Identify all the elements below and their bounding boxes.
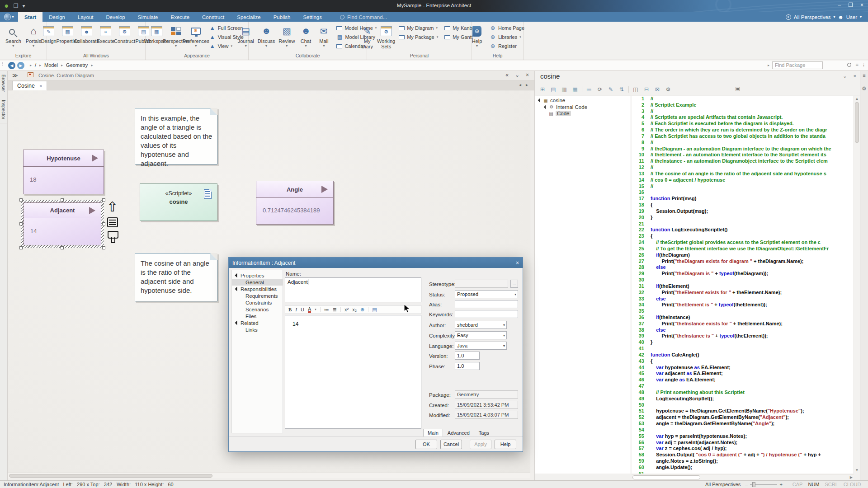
- author-combo[interactable]: shebbard▾: [455, 321, 507, 329]
- code-line-37[interactable]: 37 Print("theInstance exists for " + the…: [632, 321, 854, 327]
- code-line-26[interactable]: 26 if(theDiagram): [632, 252, 854, 258]
- ribbon-tab-design[interactable]: Design: [42, 12, 71, 22]
- dialog-close-icon[interactable]: ×: [516, 260, 519, 266]
- ribbon-tab-publish[interactable]: Publish: [267, 12, 297, 22]
- tab-close-icon[interactable]: ×: [39, 83, 42, 89]
- code-line-36[interactable]: 36 if(theInstance): [632, 314, 854, 321]
- editor-options-icon[interactable]: ⚙: [860, 84, 868, 93]
- code-line-12[interactable]: 12//: [632, 164, 854, 171]
- code-line-47[interactable]: 47: [632, 383, 854, 389]
- scrollbar-thumb[interactable]: [855, 102, 859, 143]
- construct-window-button[interactable]: ⚙Construct: [116, 23, 134, 44]
- code-line-52[interactable]: 52 adjacent = theDiagram.GetElementByNam…: [632, 414, 854, 421]
- code-toolbar-icon-4[interactable]: ≔: [585, 85, 593, 94]
- zoom-slider[interactable]: [750, 484, 777, 485]
- editor-vertical-scrollbar[interactable]: ▲ ▼: [854, 96, 860, 474]
- ribbon-tab-construct[interactable]: Construct: [196, 12, 231, 22]
- code-line-57[interactable]: 57 var z = cephes.cos( adj / hyp);: [632, 446, 854, 452]
- panel-menu-icon[interactable]: ⌄: [843, 73, 847, 79]
- code-line-13[interactable]: 13// The cosine of an angle is the ratio…: [632, 171, 854, 177]
- dialog-nav-scenarios[interactable]: Scenarios: [232, 306, 283, 313]
- name-field[interactable]: Adjacent: [285, 277, 421, 302]
- numbered-list-button[interactable]: ≣: [333, 307, 337, 313]
- code-toolbar-icon-1[interactable]: ▤: [549, 85, 557, 94]
- code-line-10[interactable]: 10// theElement - an automation Element …: [632, 152, 854, 158]
- home-page-button[interactable]: ⊛Home Page: [490, 24, 524, 32]
- code-line-43[interactable]: 43{: [632, 358, 854, 365]
- ribbon-tab-simulate[interactable]: Simulate: [132, 12, 165, 22]
- bullet-list-button[interactable]: ≔: [324, 307, 329, 313]
- my-diary-button[interactable]: ✎ My Diary: [358, 23, 376, 50]
- code-line-51[interactable]: 51 hypotenuse = theDiagram.GetElementByN…: [632, 408, 854, 414]
- find-command-box[interactable]: Find Command...: [340, 12, 387, 22]
- code-line-53[interactable]: 53 angle = theDiagram.GetElementByName("…: [632, 421, 854, 427]
- code-line-59[interactable]: 59 angle.Notes = z.toString();: [632, 458, 854, 465]
- minimize-button[interactable]: –: [838, 2, 841, 8]
- zoom-in-icon[interactable]: +: [779, 482, 782, 487]
- code-line-28[interactable]: 28 else: [632, 264, 854, 271]
- dialog-tab-main[interactable]: Main: [423, 429, 443, 437]
- alias-field[interactable]: [455, 300, 518, 308]
- code-line-44[interactable]: 44 var hypotenuse as EA.Element;: [632, 365, 854, 371]
- expand-icon[interactable]: [538, 99, 542, 102]
- dock-tab-inspector[interactable]: Inspector: [0, 96, 7, 123]
- code-line-25[interactable]: 25 // To get the IElement interface we u…: [632, 246, 854, 252]
- ribbon-tab-settings[interactable]: Settings: [297, 12, 328, 22]
- breadcrumb-item-root[interactable]: /: [35, 62, 36, 68]
- journal-button[interactable]: ▤Journal▾: [236, 23, 256, 48]
- expand-icon[interactable]: [235, 287, 240, 291]
- close-button[interactable]: ×: [860, 2, 863, 8]
- code-toolbar-icon-3[interactable]: ▦: [571, 85, 579, 94]
- selection-handle[interactable]: [102, 198, 105, 202]
- code-line-23[interactable]: 23{: [632, 233, 854, 239]
- code-toolbar-icon-10[interactable]: ⊠: [653, 85, 661, 94]
- help-button[interactable]: ⊛ Help▾: [468, 23, 486, 48]
- diagram-collapse-button[interactable]: «: [505, 72, 509, 78]
- code-tree-cosine[interactable]: ▦cosine: [535, 97, 631, 104]
- code-line-27[interactable]: 27 Print("theDiagram exists for diagram …: [632, 258, 854, 265]
- code-line-22[interactable]: 22function LogExecutingScriptlet(): [632, 227, 854, 233]
- preferences-button[interactable]: Preferences▾: [186, 23, 206, 48]
- code-line-54[interactable]: 54: [632, 427, 854, 433]
- ribbon-tab-start[interactable]: Start: [18, 12, 42, 22]
- keywords-field[interactable]: [455, 310, 518, 318]
- tab-scroll-left-icon[interactable]: ◂: [519, 82, 521, 87]
- code-line-61[interactable]: 61: [632, 471, 854, 474]
- code-line-35[interactable]: 35: [632, 308, 854, 314]
- register-button[interactable]: ⊛Register: [490, 42, 524, 50]
- code-line-24[interactable]: 24 // theScriptlet global provides acces…: [632, 239, 854, 246]
- ribbon-tab-develop[interactable]: Develop: [100, 12, 132, 22]
- note-element-top[interactable]: In this example, the angle of a triangle…: [135, 108, 217, 164]
- design-window-button[interactable]: ✎Design: [40, 23, 58, 44]
- ribbon-tab-layout[interactable]: Layout: [71, 12, 100, 22]
- code-line-33[interactable]: 33 else: [632, 296, 854, 302]
- scroll-up-icon[interactable]: ▲: [854, 96, 859, 102]
- code-line-19[interactable]: 19 Session.Output(msg);: [632, 208, 854, 215]
- code-toolbar-icon-9[interactable]: ⊟: [642, 85, 651, 94]
- dialog-nav-links[interactable]: Links: [232, 326, 283, 333]
- code-line-7[interactable]: 7// Each Scriptlet has access to two glo…: [632, 133, 854, 140]
- element-filter-icon[interactable]: [107, 231, 118, 244]
- selection-handle[interactable]: [61, 246, 64, 249]
- code-line-42[interactable]: 42function CalcAngle(): [632, 352, 854, 358]
- code-line-30[interactable]: 30: [632, 277, 854, 283]
- nav-back-button[interactable]: ◀: [8, 62, 15, 69]
- cancel-button[interactable]: Cancel: [440, 440, 462, 449]
- diagram-menu-button[interactable]: ⌄: [515, 72, 519, 78]
- zoom-out-icon[interactable]: –: [745, 482, 748, 487]
- libraries-button[interactable]: ⊛Libraries▾: [490, 33, 524, 41]
- scrollbar-thumb[interactable]: [9, 474, 212, 478]
- code-line-16[interactable]: 16: [632, 189, 854, 196]
- search-button[interactable]: Search▾: [4, 23, 23, 48]
- editor-horizontal-scrollbar[interactable]: ▶: [632, 474, 854, 480]
- code-toolbar-icon-2[interactable]: ▥: [560, 85, 568, 94]
- code-line-8[interactable]: 8//: [632, 140, 854, 146]
- diagram-overflow-button[interactable]: ≫: [12, 72, 18, 79]
- code-line-40[interactable]: 40}: [632, 339, 854, 346]
- code-line-20[interactable]: 20}: [632, 215, 854, 221]
- subscript-button[interactable]: x₂: [352, 307, 357, 312]
- find-package-input[interactable]: Find Package: [772, 61, 823, 69]
- code-line-50[interactable]: 50: [632, 402, 854, 408]
- dialog-nav-properties[interactable]: Properties: [232, 272, 283, 279]
- element-angle[interactable]: Angle 0.7124746245384189: [256, 181, 334, 225]
